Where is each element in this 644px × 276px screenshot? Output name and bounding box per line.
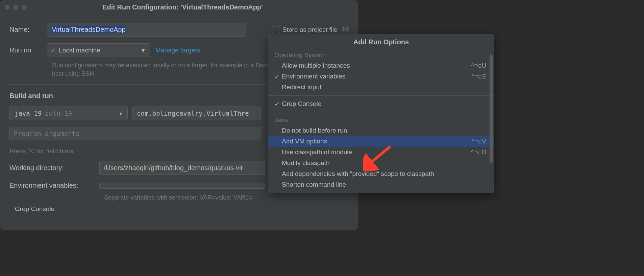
program-arguments-input[interactable]: Program arguments — [9, 127, 261, 140]
home-icon: ⌂ — [52, 47, 55, 54]
menu-item-add-provided-deps[interactable]: Add dependencies with "provided" scope t… — [268, 168, 494, 179]
group-java: Java — [268, 115, 494, 125]
chevron-down-icon: ▾ — [119, 110, 123, 117]
group-operating-system: Operating System — [268, 50, 494, 60]
menu-item-add-vm-options[interactable]: Add VM options ^⌥V — [268, 136, 494, 147]
close-window-button[interactable] — [5, 5, 10, 10]
gear-icon[interactable] — [342, 26, 349, 34]
grep-console-section-label: Grep Console — [15, 205, 349, 213]
chevron-down-icon: ▾ — [142, 46, 145, 54]
store-as-project-file-checkbox[interactable] — [272, 26, 279, 33]
name-label: Name: — [9, 26, 42, 33]
run-on-dropdown[interactable]: ⌂ Local machine ▾ — [47, 43, 150, 57]
working-directory-input[interactable]: /Users/zhaoqin/github/blog_demos/quarkus… — [99, 161, 265, 175]
menu-item-redirect-input[interactable]: Redirect input — [268, 82, 494, 93]
menu-item-allow-multiple-instances[interactable]: Allow multiple instances ^⌥U — [268, 60, 494, 71]
menu-item-do-not-build[interactable]: Do not build before run — [268, 125, 494, 136]
manage-targets-link[interactable]: Manage targets… — [155, 47, 206, 54]
environment-variables-label: Environment variables: — [9, 182, 94, 189]
dialog-title: Edit Run Configuration: 'VirtualThreadsD… — [12, 3, 353, 11]
working-directory-label: Working directory: — [9, 164, 94, 172]
titlebar: Edit Run Configuration: 'VirtualThreadsD… — [0, 0, 358, 15]
menu-item-modify-classpath[interactable]: Modify classpath — [268, 158, 494, 168]
menu-item-environment-variables[interactable]: Environment variables ^⌥E — [268, 71, 494, 82]
popup-scrollbar[interactable] — [490, 54, 493, 163]
run-on-value: Local machine — [59, 47, 100, 54]
add-run-options-popup: Add Run Options Operating System Allow m… — [268, 34, 494, 193]
run-on-label: Run on: — [9, 46, 42, 54]
popup-title: Add Run Options — [268, 34, 494, 50]
svg-point-0 — [345, 28, 346, 30]
environment-variables-input[interactable] — [99, 183, 265, 189]
menu-item-shorten-command-line[interactable]: Shorten command line — [268, 179, 494, 190]
jdk-dropdown[interactable]: java 19 zulu-19 ▾ — [9, 107, 128, 120]
menu-item-grep-console[interactable]: Grep Console — [268, 98, 494, 109]
store-as-project-file-label: Store as project file — [282, 26, 338, 33]
env-hint: Separate variables with semicolon: VAR=v… — [104, 194, 349, 201]
name-input[interactable]: VirtualThreadsDemoApp — [47, 23, 246, 37]
main-class-input[interactable]: com.bolingcavalry.VirtualThre — [132, 107, 261, 120]
menu-item-use-classpath[interactable]: Use classpath of module ^⌥O — [268, 147, 494, 158]
